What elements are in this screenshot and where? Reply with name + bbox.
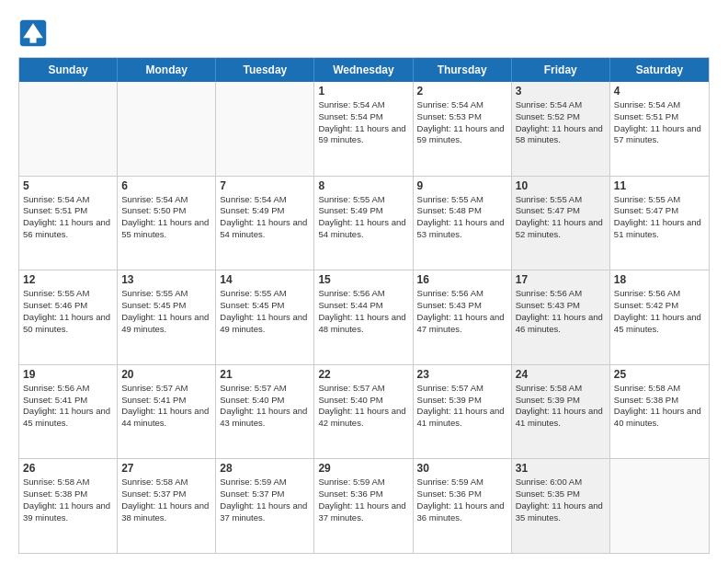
cell-info: Sunrise: 5:55 AM Sunset: 5:45 PM Dayligh… xyxy=(220,288,310,335)
cell-info: Sunrise: 5:59 AM Sunset: 5:36 PM Dayligh… xyxy=(318,477,408,523)
calendar-cell: 31Sunrise: 6:00 AM Sunset: 5:35 PM Dayli… xyxy=(512,459,610,553)
calendar-cell: 3Sunrise: 5:54 AM Sunset: 5:52 PM Daylig… xyxy=(512,82,610,176)
cell-info: Sunrise: 5:57 AM Sunset: 5:40 PM Dayligh… xyxy=(318,383,408,430)
calendar-cell: 5Sunrise: 5:54 AM Sunset: 5:51 PM Daylig… xyxy=(19,177,118,270)
day-number: 4 xyxy=(614,85,705,98)
day-number: 3 xyxy=(516,85,606,98)
cell-info: Sunrise: 5:59 AM Sunset: 5:37 PM Dayligh… xyxy=(220,477,310,523)
cell-info: Sunrise: 5:58 AM Sunset: 5:38 PM Dayligh… xyxy=(23,477,113,523)
day-number: 13 xyxy=(121,273,211,286)
calendar-cell: 12Sunrise: 5:55 AM Sunset: 5:46 PM Dayli… xyxy=(19,270,118,364)
cell-info: Sunrise: 5:56 AM Sunset: 5:44 PM Dayligh… xyxy=(318,288,408,335)
day-number: 5 xyxy=(23,179,113,192)
calendar-cell: 23Sunrise: 5:57 AM Sunset: 5:39 PM Dayli… xyxy=(414,365,512,459)
day-number: 31 xyxy=(516,462,606,475)
day-number: 1 xyxy=(318,85,408,98)
calendar-cell: 28Sunrise: 5:59 AM Sunset: 5:37 PM Dayli… xyxy=(216,459,314,553)
cell-info: Sunrise: 6:00 AM Sunset: 5:35 PM Dayligh… xyxy=(516,477,606,523)
weekday-header: Saturday xyxy=(610,58,709,82)
calendar-cell xyxy=(118,82,216,176)
calendar-cell xyxy=(19,82,118,176)
day-number: 6 xyxy=(121,179,211,192)
calendar-week: 19Sunrise: 5:56 AM Sunset: 5:41 PM Dayli… xyxy=(19,365,709,460)
logo xyxy=(18,18,53,48)
cell-info: Sunrise: 5:54 AM Sunset: 5:49 PM Dayligh… xyxy=(220,194,310,241)
cell-info: Sunrise: 5:55 AM Sunset: 5:49 PM Dayligh… xyxy=(318,194,408,241)
day-number: 28 xyxy=(220,462,310,475)
cell-info: Sunrise: 5:54 AM Sunset: 5:50 PM Dayligh… xyxy=(121,194,211,241)
calendar-cell: 4Sunrise: 5:54 AM Sunset: 5:51 PM Daylig… xyxy=(610,82,709,176)
calendar-cell: 7Sunrise: 5:54 AM Sunset: 5:49 PM Daylig… xyxy=(216,177,314,270)
day-number: 8 xyxy=(318,179,408,192)
calendar-cell: 27Sunrise: 5:58 AM Sunset: 5:37 PM Dayli… xyxy=(118,459,216,553)
calendar-cell: 11Sunrise: 5:55 AM Sunset: 5:47 PM Dayli… xyxy=(610,177,709,270)
day-number: 16 xyxy=(417,273,507,286)
cell-info: Sunrise: 5:59 AM Sunset: 5:36 PM Dayligh… xyxy=(417,477,507,523)
cell-info: Sunrise: 5:54 AM Sunset: 5:51 PM Dayligh… xyxy=(614,99,705,146)
calendar-week: 12Sunrise: 5:55 AM Sunset: 5:46 PM Dayli… xyxy=(19,270,709,365)
svg-rect-2 xyxy=(29,37,36,43)
cell-info: Sunrise: 5:55 AM Sunset: 5:46 PM Dayligh… xyxy=(23,288,113,335)
calendar-cell: 9Sunrise: 5:55 AM Sunset: 5:48 PM Daylig… xyxy=(414,177,512,270)
calendar-week: 5Sunrise: 5:54 AM Sunset: 5:51 PM Daylig… xyxy=(19,177,709,271)
calendar-body: 1Sunrise: 5:54 AM Sunset: 5:54 PM Daylig… xyxy=(19,82,709,553)
calendar-cell: 2Sunrise: 5:54 AM Sunset: 5:53 PM Daylig… xyxy=(414,82,512,176)
day-number: 23 xyxy=(417,368,507,381)
weekday-header: Tuesday xyxy=(216,58,314,82)
calendar-cell: 26Sunrise: 5:58 AM Sunset: 5:38 PM Dayli… xyxy=(19,459,118,553)
calendar-cell: 19Sunrise: 5:56 AM Sunset: 5:41 PM Dayli… xyxy=(19,365,118,459)
cell-info: Sunrise: 5:54 AM Sunset: 5:51 PM Dayligh… xyxy=(23,194,113,241)
logo-icon xyxy=(18,18,48,48)
cell-info: Sunrise: 5:54 AM Sunset: 5:53 PM Dayligh… xyxy=(417,99,507,146)
day-number: 15 xyxy=(318,273,408,286)
calendar-cell: 15Sunrise: 5:56 AM Sunset: 5:44 PM Dayli… xyxy=(314,270,413,364)
cell-info: Sunrise: 5:54 AM Sunset: 5:52 PM Dayligh… xyxy=(516,99,606,146)
cell-info: Sunrise: 5:56 AM Sunset: 5:43 PM Dayligh… xyxy=(417,288,507,335)
page: SundayMondayTuesdayWednesdayThursdayFrid… xyxy=(0,0,728,563)
day-number: 27 xyxy=(121,462,211,475)
cell-info: Sunrise: 5:55 AM Sunset: 5:47 PM Dayligh… xyxy=(516,194,606,241)
calendar-cell: 18Sunrise: 5:56 AM Sunset: 5:42 PM Dayli… xyxy=(610,270,709,364)
day-number: 26 xyxy=(23,462,113,475)
day-number: 12 xyxy=(23,273,113,286)
day-number: 20 xyxy=(121,368,211,381)
calendar-week: 1Sunrise: 5:54 AM Sunset: 5:54 PM Daylig… xyxy=(19,82,709,177)
calendar-cell: 22Sunrise: 5:57 AM Sunset: 5:40 PM Dayli… xyxy=(314,365,413,459)
day-number: 11 xyxy=(614,179,705,192)
day-number: 22 xyxy=(318,368,408,381)
day-number: 30 xyxy=(417,462,507,475)
calendar-cell xyxy=(610,459,709,553)
cell-info: Sunrise: 5:56 AM Sunset: 5:42 PM Dayligh… xyxy=(614,288,705,335)
day-number: 18 xyxy=(614,273,705,286)
calendar-cell: 16Sunrise: 5:56 AM Sunset: 5:43 PM Dayli… xyxy=(414,270,512,364)
day-number: 9 xyxy=(417,179,507,192)
calendar-cell: 10Sunrise: 5:55 AM Sunset: 5:47 PM Dayli… xyxy=(512,177,610,270)
day-number: 24 xyxy=(516,368,606,381)
cell-info: Sunrise: 5:56 AM Sunset: 5:43 PM Dayligh… xyxy=(516,288,606,335)
calendar-cell: 25Sunrise: 5:58 AM Sunset: 5:38 PM Dayli… xyxy=(610,365,709,459)
cell-info: Sunrise: 5:57 AM Sunset: 5:39 PM Dayligh… xyxy=(417,383,507,430)
cell-info: Sunrise: 5:58 AM Sunset: 5:37 PM Dayligh… xyxy=(121,477,211,523)
day-number: 25 xyxy=(614,368,705,381)
cell-info: Sunrise: 5:58 AM Sunset: 5:38 PM Dayligh… xyxy=(614,383,705,430)
weekday-header: Wednesday xyxy=(314,58,413,82)
calendar-cell: 17Sunrise: 5:56 AM Sunset: 5:43 PM Dayli… xyxy=(512,270,610,364)
calendar-cell: 20Sunrise: 5:57 AM Sunset: 5:41 PM Dayli… xyxy=(118,365,216,459)
day-number: 7 xyxy=(220,179,310,192)
calendar-cell: 29Sunrise: 5:59 AM Sunset: 5:36 PM Dayli… xyxy=(314,459,413,553)
cell-info: Sunrise: 5:56 AM Sunset: 5:41 PM Dayligh… xyxy=(23,383,113,430)
weekday-header: Friday xyxy=(512,58,610,82)
weekday-header: Monday xyxy=(118,58,216,82)
day-number: 21 xyxy=(220,368,310,381)
day-number: 29 xyxy=(318,462,408,475)
calendar-cell: 30Sunrise: 5:59 AM Sunset: 5:36 PM Dayli… xyxy=(414,459,512,553)
day-number: 17 xyxy=(516,273,606,286)
calendar-cell: 24Sunrise: 5:58 AM Sunset: 5:39 PM Dayli… xyxy=(512,365,610,459)
header xyxy=(18,18,710,48)
weekday-header: Sunday xyxy=(19,58,118,82)
cell-info: Sunrise: 5:55 AM Sunset: 5:48 PM Dayligh… xyxy=(417,194,507,241)
calendar-cell: 13Sunrise: 5:55 AM Sunset: 5:45 PM Dayli… xyxy=(118,270,216,364)
calendar-cell: 1Sunrise: 5:54 AM Sunset: 5:54 PM Daylig… xyxy=(314,82,413,176)
day-number: 14 xyxy=(220,273,310,286)
calendar-cell: 6Sunrise: 5:54 AM Sunset: 5:50 PM Daylig… xyxy=(118,177,216,270)
